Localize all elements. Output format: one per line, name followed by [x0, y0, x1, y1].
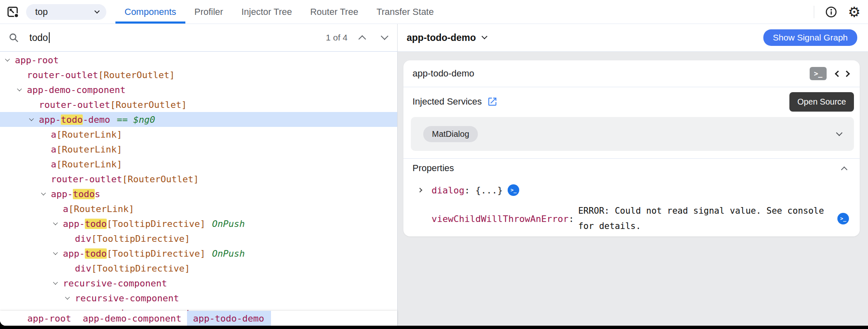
expand-chevron-icon[interactable]	[18, 89, 27, 91]
toolbar-right-group: ⚙	[814, 5, 868, 19]
component-search-bar: todo 1 of 4	[0, 24, 397, 52]
directive-name: [TooltipDirective]	[107, 248, 205, 259]
expand-chevron-icon[interactable]	[66, 297, 75, 299]
tree-row[interactable]: app-root	[0, 52, 397, 67]
log-to-console-icon[interactable]: >_	[508, 184, 519, 196]
tree-row[interactable]: a[RouterLink]	[0, 157, 397, 172]
tree-row[interactable]: div[TooltipDirective]	[0, 231, 397, 246]
tab-components[interactable]: Components	[115, 0, 185, 24]
chevron-down-icon	[381, 32, 388, 40]
directive-name: [RouterLink]	[56, 144, 122, 155]
tree-row[interactable]: router-outlet[RouterOutlet]	[0, 67, 397, 82]
selected-component-dropdown[interactable]: app-todo-demo	[407, 32, 487, 43]
tree-row[interactable]: a[RouterLink]	[0, 127, 397, 142]
component-name: div	[75, 263, 91, 274]
component-name: div	[75, 234, 91, 244]
directive-name: [RouterLink]	[56, 159, 122, 169]
directive-name: [RouterOutlet]	[110, 100, 187, 110]
text-caret	[49, 32, 50, 43]
tree-row[interactable]: a[RouterLink]	[0, 142, 397, 157]
open-source-button[interactable]: Open Source	[789, 92, 854, 112]
component-name: app-todos	[51, 189, 100, 199]
frame-selector-value: top	[35, 7, 48, 17]
next-match-button[interactable]	[375, 28, 394, 47]
component-name: app-todo	[63, 219, 107, 229]
tree-row[interactable]: recursive-component	[0, 291, 397, 305]
injected-services-row: Injected Services Open Source	[403, 87, 860, 116]
breadcrumb-item[interactable]: app-root	[22, 311, 77, 326]
expand-property-button[interactable]	[418, 188, 432, 192]
main-tabs: Components Profiler Injector Tree Router…	[115, 0, 443, 24]
component-name: a	[51, 159, 56, 169]
search-input[interactable]: todo	[29, 32, 326, 43]
component-name: recursive-component	[63, 278, 167, 288]
view-source-icon[interactable]	[836, 72, 849, 76]
settings-gear-icon[interactable]: ⚙	[848, 5, 861, 19]
tab-transfer-state[interactable]: Transfer State	[367, 0, 443, 24]
directive-name: [RouterOutlet]	[122, 174, 199, 184]
properties-section-header[interactable]: Properties	[403, 159, 860, 178]
property-error-message: ERROR: Could not read signal value. See …	[578, 203, 837, 234]
chevron-down-icon[interactable]	[836, 129, 843, 136]
row-badge: == $ng0	[117, 114, 155, 125]
component-name: router-outlet	[51, 174, 122, 184]
details-header: app-todo-demo Show Signal Graph	[398, 24, 868, 52]
selected-component-name: app-todo-demo	[407, 32, 476, 43]
expand-chevron-icon[interactable]	[30, 119, 39, 120]
tab-router-tree[interactable]: Router Tree	[301, 0, 367, 24]
tree-row[interactable]: app-todos	[0, 186, 397, 201]
tree-row[interactable]: router-outlet[RouterOutlet]	[0, 97, 397, 112]
log-to-console-icon[interactable]: >_	[837, 213, 849, 224]
tree-row[interactable]: router-outlet[RouterOutlet]	[0, 172, 397, 186]
expand-chevron-icon[interactable]	[54, 282, 63, 284]
tree-row[interactable]: recursive-component	[0, 276, 397, 291]
search-result-count: 1 of 4	[326, 33, 348, 43]
component-name: recursive-component	[87, 308, 191, 311]
previous-match-button[interactable]	[352, 28, 372, 47]
chevron-down-icon	[482, 33, 487, 39]
info-icon[interactable]	[825, 6, 837, 18]
top-toolbar: top Components Profiler Injector Tree Ro…	[0, 0, 868, 24]
tab-injector-tree[interactable]: Injector Tree	[232, 0, 301, 24]
directive-name: [RouterOutlet]	[98, 70, 175, 80]
directive-name: [TooltipDirective]	[107, 219, 205, 229]
directive-name: [RouterLink]	[56, 129, 122, 140]
component-name: app-todo	[63, 248, 107, 259]
expand-chevron-icon[interactable]	[42, 193, 51, 195]
chevron-up-icon	[358, 35, 366, 43]
breadcrumb-item[interactable]: app-demo-component	[77, 311, 187, 326]
tree-row[interactable]: div[TooltipDirective]	[0, 261, 397, 276]
component-name: app-demo-component	[27, 85, 125, 95]
expand-chevron-icon[interactable]	[54, 223, 63, 224]
inspect-element-icon[interactable]	[6, 5, 19, 19]
injected-services-box: MatDialog	[411, 117, 854, 151]
directive-name: [RouterLink]	[68, 204, 134, 214]
property-row-viewchild-error: viewChildWillThrowAnError: ERROR: Could …	[403, 203, 860, 234]
component-name: a	[51, 129, 56, 140]
tree-row[interactable]: app-todo-demo== $ng0	[0, 112, 397, 127]
service-chip-matdialog[interactable]: MatDialog	[423, 126, 478, 142]
tree-row[interactable]: recursive-component	[0, 305, 397, 311]
expand-chevron-icon[interactable]	[6, 59, 15, 61]
expand-chevron-icon[interactable]	[54, 253, 63, 254]
frame-selector-dropdown[interactable]: top	[26, 4, 106, 20]
card-component-title: app-todo-demo	[412, 68, 474, 79]
inspect-in-console-icon[interactable]: >_	[810, 67, 827, 80]
breadcrumb-item[interactable]: app-todo-demo	[187, 311, 271, 326]
content-split: todo 1 of 4 app-rootrouter-outlet[Router…	[0, 24, 868, 326]
component-name: a	[63, 204, 68, 214]
component-detail-card: app-todo-demo >_ Injected Services	[403, 60, 860, 236]
component-explorer-panel: todo 1 of 4 app-rootrouter-outlet[Router…	[0, 24, 398, 326]
open-in-new-icon[interactable]	[487, 96, 498, 107]
tab-profiler[interactable]: Profiler	[185, 0, 233, 24]
angular-devtools-window: top Components Profiler Injector Tree Ro…	[0, 0, 868, 326]
property-punctuation: :	[464, 185, 475, 195]
component-tree: app-rootrouter-outlet[RouterOutlet]app-d…	[0, 52, 397, 311]
show-signal-graph-button[interactable]: Show Signal Graph	[763, 29, 857, 46]
tree-row[interactable]: a[RouterLink]	[0, 201, 397, 216]
component-name: app-todo-demo	[39, 114, 110, 125]
tree-row[interactable]: app-demo-component	[0, 82, 397, 97]
tree-row[interactable]: app-todo[TooltipDirective]OnPush	[0, 246, 397, 261]
collapse-chevron-icon	[841, 167, 848, 173]
tree-row[interactable]: app-todo[TooltipDirective]OnPush	[0, 216, 397, 231]
